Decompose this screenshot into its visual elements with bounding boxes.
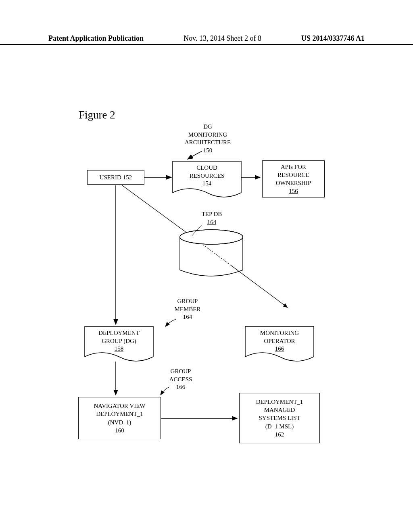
tepdb-text: TEP DB	[202, 211, 222, 217]
monitoring-operator-box: MONITORING OPERATOR 166	[245, 329, 314, 353]
apis-box: APIs FOR RESOURCE OWNERSHIP 156	[262, 160, 325, 197]
gm-line2: MEMBER	[174, 306, 200, 312]
userid-box: USERID 152	[87, 170, 144, 185]
svg-line-3	[122, 185, 194, 238]
title-line3: ARCHITECTURE	[185, 139, 231, 145]
nv-ref: 160	[115, 426, 124, 434]
dg-ref: 158	[115, 345, 124, 352]
title-line2: MONITORING	[188, 131, 227, 138]
svg-point-7	[180, 230, 243, 244]
ga-ref: 166	[176, 384, 186, 390]
ga-line1: GROUP	[171, 368, 191, 374]
nv-line2: DEPLOYMENT_1	[96, 410, 143, 418]
cloud-line1: CLOUD	[196, 164, 217, 171]
apis-line3: OWNERSHIP	[276, 179, 311, 187]
gm-line1: GROUP	[177, 298, 198, 304]
cloud-resources-box: CLOUD RESOURCES 154	[173, 164, 241, 188]
header-left: Patent Application Publication	[48, 34, 144, 43]
figure-title: Figure 2	[79, 109, 115, 121]
group-access-label: GROUP ACCESS 166	[161, 368, 201, 391]
cloud-line2: RESOURCES	[190, 172, 225, 179]
tepdb-label: TEP DB 164	[194, 210, 230, 226]
svg-line-5	[231, 265, 288, 308]
dg-line2: GROUP (DG)	[102, 338, 136, 344]
gm-ref: 164	[183, 314, 192, 320]
group-member-label: GROUP MEMBER 164	[165, 297, 210, 321]
deployment-group-box: DEPLOYMENT GROUP (DG) 158	[85, 329, 153, 353]
ms-line3: SYSTEMS LIST	[259, 414, 300, 422]
title-line1: DG	[203, 123, 212, 130]
mo-ref: 166	[275, 345, 284, 352]
svg-line-4	[194, 238, 231, 265]
apis-ref: 156	[289, 187, 298, 195]
dg-line1: DEPLOYMENT	[98, 330, 140, 336]
mo-line2: OPERATOR	[264, 338, 295, 344]
ms-line4: (D_1 MSL)	[265, 422, 294, 430]
ga-line2: ACCESS	[169, 376, 192, 382]
diagram-title: DG MONITORING ARCHITECTURE 150	[173, 123, 242, 154]
nv-line3: (NVD_1)	[108, 418, 131, 426]
nv-line1: NAVIGATOR VIEW	[94, 402, 146, 410]
tepdb-ref: 164	[207, 219, 217, 225]
userid-label: USERID	[100, 173, 121, 181]
svg-point-6	[180, 230, 243, 244]
apis-line2: RESOURCE	[277, 171, 309, 179]
apis-line1: APIs FOR	[281, 163, 306, 171]
title-ref: 150	[203, 147, 213, 154]
header-right: US 2014/0337746 A1	[301, 34, 365, 43]
cloud-ref: 154	[202, 180, 212, 187]
userid-ref: 152	[123, 173, 132, 181]
diagram-container: DG MONITORING ARCHITECTURE 150 USERID 15…	[0, 121, 413, 484]
ms-line2: MANAGED	[264, 406, 295, 414]
header-center: Nov. 13, 2014 Sheet 2 of 8	[184, 34, 261, 43]
page-header: Patent Application Publication Nov. 13, …	[0, 34, 413, 45]
mo-line1: MONITORING	[260, 330, 299, 336]
ms-ref: 162	[275, 430, 284, 438]
ms-line1: DEPLOYMENT_1	[256, 398, 303, 406]
managed-systems-box: DEPLOYMENT_1 MANAGED SYSTEMS LIST (D_1 M…	[239, 393, 320, 443]
navigator-view-box: NAVIGATOR VIEW DEPLOYMENT_1 (NVD_1) 160	[78, 397, 161, 439]
